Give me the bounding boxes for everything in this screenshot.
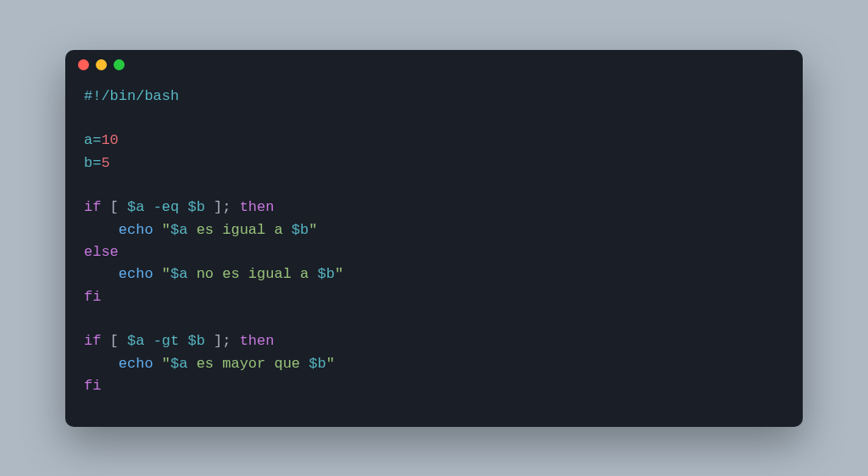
indent xyxy=(84,266,119,282)
value-10: 10 xyxy=(101,132,118,148)
close-icon[interactable] xyxy=(78,59,89,70)
str-var-a: $a xyxy=(170,222,187,238)
bracket-open: [ xyxy=(110,333,119,349)
string-text: es mayor que xyxy=(187,356,309,372)
quote: " xyxy=(309,222,317,238)
var-ref-a: $a xyxy=(127,199,144,215)
code-block: #!/bin/bash a=10 b=5 if [ $a -eq $b ]; t… xyxy=(65,80,803,415)
quote: " xyxy=(162,266,170,282)
var-ref-b: $b xyxy=(187,333,204,349)
keyword-if: if xyxy=(84,333,101,349)
quote: " xyxy=(335,266,343,282)
command-echo: echo xyxy=(119,356,153,372)
operator-eq: -eq xyxy=(153,199,180,215)
str-var-a: $a xyxy=(170,356,187,372)
bracket-open: [ xyxy=(110,199,119,215)
indent xyxy=(84,222,119,238)
quote: " xyxy=(162,222,170,238)
terminal-window: #!/bin/bash a=10 b=5 if [ $a -eq $b ]; t… xyxy=(65,50,803,427)
str-var-a: $a xyxy=(170,266,187,282)
bracket-close: ] xyxy=(214,199,222,215)
var-b: b xyxy=(84,155,92,171)
string-text: no es igual a xyxy=(187,266,317,282)
keyword-if: if xyxy=(84,199,101,215)
titlebar xyxy=(65,50,803,80)
minimize-icon[interactable] xyxy=(96,59,107,70)
shebang: #!/bin/bash xyxy=(84,88,179,104)
keyword-else: else xyxy=(84,244,119,260)
keyword-then: then xyxy=(240,333,275,349)
keyword-fi: fi xyxy=(84,378,101,394)
value-5: 5 xyxy=(101,155,109,171)
operator-gt: -gt xyxy=(153,333,180,349)
str-var-b: $b xyxy=(309,356,326,372)
zoom-icon[interactable] xyxy=(114,59,125,70)
semicolon: ; xyxy=(222,333,231,349)
keyword-then: then xyxy=(240,199,275,215)
indent xyxy=(84,356,119,372)
var-ref-a: $a xyxy=(127,333,144,349)
semicolon: ; xyxy=(222,199,231,215)
keyword-fi: fi xyxy=(84,289,101,305)
str-var-b: $b xyxy=(317,266,334,282)
string-text: es igual a xyxy=(187,222,291,238)
str-var-b: $b xyxy=(292,222,309,238)
bracket-close: ] xyxy=(214,333,222,349)
quote: " xyxy=(326,356,335,372)
quote: " xyxy=(162,356,170,372)
command-echo: echo xyxy=(119,222,153,238)
command-echo: echo xyxy=(119,266,153,282)
equals: = xyxy=(92,132,101,148)
var-ref-b: $b xyxy=(187,199,204,215)
equals: = xyxy=(92,155,101,171)
var-a: a xyxy=(84,132,92,148)
